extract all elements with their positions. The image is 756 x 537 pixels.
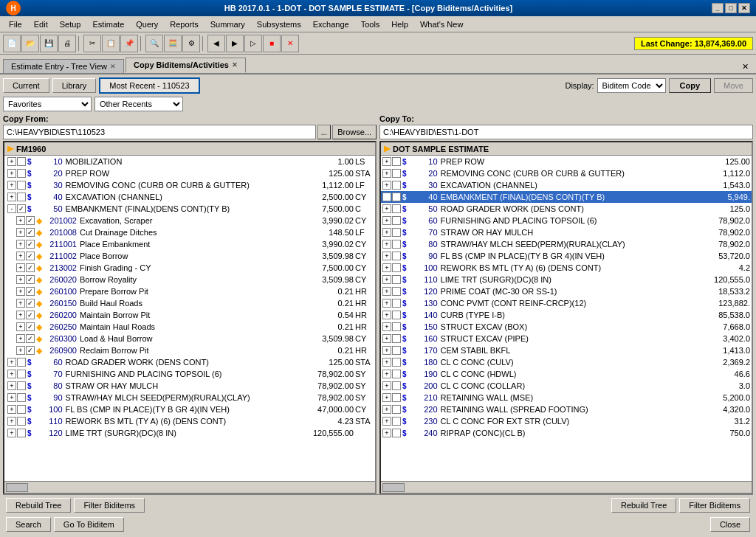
menu-summary[interactable]: Summary — [205, 17, 251, 32]
expand-btn[interactable]: + — [16, 228, 25, 237]
menu-setup[interactable]: Setup — [54, 17, 87, 32]
tab-strip-close[interactable]: ✕ — [738, 60, 753, 73]
table-row[interactable]: + $ 80 STRAW OR HAY MULCH 78,902.00 SY — [4, 380, 375, 392]
expand-btn[interactable]: + — [382, 322, 391, 331]
checkbox[interactable] — [392, 358, 401, 367]
table-row[interactable]: + $ 240 RIPRAP (CONC)(CL B) 750.0 — [381, 427, 752, 439]
checkbox[interactable] — [17, 204, 26, 213]
expand-btn[interactable]: + — [382, 204, 391, 213]
expand-btn[interactable]: + — [16, 299, 25, 308]
checkbox[interactable] — [26, 216, 35, 225]
expand-btn[interactable]: + — [7, 393, 16, 402]
checkbox[interactable] — [17, 370, 26, 378]
expand-btn[interactable]: + — [382, 299, 391, 308]
copy-to-hscroll[interactable] — [381, 481, 752, 493]
expand-btn[interactable]: + — [16, 263, 25, 272]
expand-btn[interactable]: + — [16, 252, 25, 260]
toolbar-new-btn[interactable]: 📄 — [3, 35, 21, 52]
copy-from-ellipsis[interactable]: ... — [317, 125, 331, 139]
checkbox[interactable] — [26, 346, 35, 355]
checkbox[interactable] — [392, 228, 401, 237]
copy-from-tree[interactable]: + $ 10 MOBILIZATION 1.00 LS + $ 20 PREP … — [4, 156, 375, 481]
table-row[interactable]: + ◆ 211001 Place Embankment 3,990.02 CY — [4, 238, 375, 250]
table-row[interactable]: + $ 70 STRAW OR HAY MULCH 78,902.0 — [381, 226, 752, 238]
expand-btn[interactable]: + — [7, 193, 16, 201]
expand-btn[interactable]: + — [382, 358, 391, 367]
toolbar-save-btn[interactable]: 💾 — [40, 35, 58, 52]
table-row[interactable]: + ◆ 260020 Borrow Royality 3,509.98 CY — [4, 274, 375, 285]
copy-from-path[interactable] — [3, 125, 316, 139]
expand-btn[interactable]: + — [7, 181, 16, 190]
expand-btn[interactable]: + — [382, 216, 391, 225]
expand-btn[interactable]: + — [16, 311, 25, 319]
copy-from-hscroll[interactable] — [4, 481, 375, 493]
checkbox[interactable] — [26, 322, 35, 331]
checkbox[interactable] — [17, 429, 26, 437]
checkbox[interactable] — [26, 252, 35, 260]
checkbox[interactable] — [392, 393, 401, 402]
checkbox[interactable] — [392, 157, 401, 166]
toolbar-copy-btn[interactable]: 📋 — [102, 35, 120, 52]
table-row[interactable]: + $ 90 FL BS (CMP IN PLACE)(TY B GR 4)(I… — [381, 250, 752, 262]
expand-btn[interactable]: + — [382, 228, 391, 237]
filter-biditems-left-button[interactable]: Filter Biditems — [74, 498, 145, 513]
library-button[interactable]: Library — [52, 78, 97, 93]
table-row[interactable]: + $ 150 STRUCT EXCAV (BOX) 7,668.0 — [381, 321, 752, 333]
table-row[interactable]: + $ 70 FURNISHING AND PLACING TOPSOIL (6… — [4, 368, 375, 380]
table-row[interactable]: + $ 90 STRAW/HAY MLCH SEED(PERM)(RURAL)(… — [4, 392, 375, 403]
expand-btn[interactable]: + — [382, 252, 391, 260]
expand-btn[interactable]: + — [16, 322, 25, 331]
checkbox[interactable] — [26, 299, 35, 308]
table-row[interactable]: + $ 40 EXCAVATION (CHANNEL) 2,500.00 CY — [4, 191, 375, 203]
favorites-select[interactable]: Favorites — [3, 97, 92, 111]
expand-btn[interactable]: + — [16, 287, 25, 296]
checkbox[interactable] — [392, 299, 401, 308]
checkbox[interactable] — [392, 193, 401, 201]
toolbar-stop-btn[interactable]: ■ — [263, 35, 281, 52]
checkbox[interactable] — [17, 393, 26, 402]
checkbox[interactable] — [392, 275, 401, 284]
rebuild-tree-right-button[interactable]: Rebuild Tree — [611, 498, 676, 513]
table-row[interactable]: + $ 110 REWORK BS MTL (TY A) (6) (DENS C… — [4, 415, 375, 427]
table-row[interactable]: + $ 220 RETAINING WALL (SPREAD FOOTING) … — [381, 403, 752, 415]
other-recents-select[interactable]: Other Recents — [94, 97, 183, 111]
menu-subsystems[interactable]: Subsystems — [251, 17, 307, 32]
expand-btn[interactable]: + — [382, 311, 391, 319]
table-row[interactable]: + $ 40 EMBANKMENT (FINAL)(DENS CONT)(TY … — [381, 191, 752, 203]
checkbox[interactable] — [392, 181, 401, 190]
checkbox[interactable] — [17, 157, 26, 166]
expand-btn[interactable]: + — [382, 417, 391, 426]
table-row[interactable]: + $ 10 PREP ROW 125.00 — [381, 156, 752, 167]
toolbar-open-btn[interactable]: 📂 — [21, 35, 39, 52]
checkbox[interactable] — [26, 240, 35, 249]
toolbar-x-btn[interactable]: ✕ — [281, 35, 299, 52]
toolbar-search-btn[interactable]: 🔍 — [145, 35, 163, 52]
expand-btn[interactable]: + — [382, 370, 391, 378]
checkbox[interactable] — [392, 405, 401, 414]
checkbox[interactable] — [17, 417, 26, 426]
expand-btn[interactable]: + — [382, 334, 391, 343]
menu-estimate[interactable]: Estimate — [86, 17, 130, 32]
toolbar-cut-btn[interactable]: ✂ — [83, 35, 101, 52]
expand-btn[interactable]: + — [382, 429, 391, 437]
expand-btn[interactable]: + — [382, 157, 391, 166]
go-to-biditem-button[interactable]: Go To Biditem — [54, 517, 124, 532]
toolbar-paste-btn[interactable]: 📌 — [120, 35, 138, 52]
table-row[interactable]: + ◆ 260200 Maintain Borrow Pit 0.54 HR — [4, 309, 375, 321]
table-row[interactable]: - $ 50 EMBANKMENT (FINAL)(DENS CONT)(TY … — [4, 203, 375, 215]
display-select[interactable]: Biditem Code — [597, 78, 666, 93]
current-button[interactable]: Current — [3, 78, 49, 93]
close-button[interactable]: Close — [710, 517, 750, 532]
toolbar-fwd-btn[interactable]: ▶ — [226, 35, 244, 52]
checkbox[interactable] — [392, 322, 401, 331]
table-row[interactable]: + $ 120 PRIME COAT (MC-30 OR SS-1) 18,53… — [381, 285, 752, 297]
table-row[interactable]: + $ 180 CL C CONC (CULV) 2,369.2 — [381, 356, 752, 368]
checkbox[interactable] — [392, 334, 401, 343]
checkbox[interactable] — [392, 429, 401, 437]
expand-btn[interactable]: + — [16, 346, 25, 355]
checkbox[interactable] — [26, 275, 35, 284]
menu-help[interactable]: Help — [385, 17, 414, 32]
checkbox[interactable] — [392, 287, 401, 296]
checkbox[interactable] — [26, 228, 35, 237]
checkbox[interactable] — [392, 204, 401, 213]
